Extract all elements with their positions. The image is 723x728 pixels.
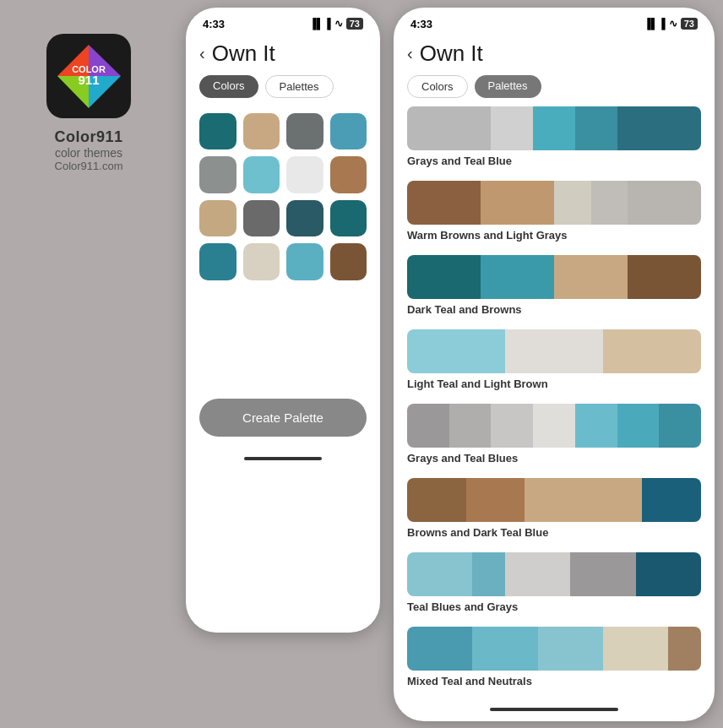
palette-bar-3 <box>407 329 701 373</box>
time-left: 4:33 <box>203 18 225 30</box>
color-swatch-7[interactable] <box>330 156 367 193</box>
palette-segment-1-3 <box>591 181 628 225</box>
palette-segment-4-5 <box>617 404 660 448</box>
palette-item-3[interactable]: Light Teal and Light Brown <box>407 329 701 390</box>
palette-bar-0 <box>407 106 701 150</box>
header-left: ‹ Own It <box>186 34 380 70</box>
color-swatch-1[interactable] <box>243 113 280 150</box>
header-right: ‹ Own It <box>394 34 715 70</box>
palette-segment-2-3 <box>628 255 701 299</box>
create-palette-button[interactable]: Create Palette <box>199 399 367 437</box>
palette-segment-6-0 <box>407 552 472 596</box>
palette-label-7: Mixed Teal and Neutrals <box>407 675 701 687</box>
palette-segment-4-3 <box>533 404 575 448</box>
palette-bar-5 <box>407 478 701 522</box>
color-swatch-6[interactable] <box>286 156 323 193</box>
wifi-icon-r: ∿ <box>669 18 677 30</box>
palette-label-3: Light Teal and Light Brown <box>407 378 701 390</box>
palette-segment-6-2 <box>505 552 570 596</box>
color-swatch-3[interactable] <box>330 113 367 150</box>
palette-label-6: Teal Blues and Grays <box>407 600 701 613</box>
palette-segment-2-2 <box>554 255 628 299</box>
svg-text:911: 911 <box>78 73 99 87</box>
palette-item-0[interactable]: Grays and Teal Blue <box>407 106 701 167</box>
back-button-right[interactable]: ‹ <box>407 44 413 63</box>
battery-left: 73 <box>346 18 363 30</box>
palette-segment-4-0 <box>407 404 449 448</box>
palette-label-1: Warm Browns and Light Grays <box>407 229 701 242</box>
palette-segment-0-0 <box>407 106 491 150</box>
palette-segment-4-1 <box>449 404 492 448</box>
palette-item-4[interactable]: Grays and Teal Blues <box>407 404 701 465</box>
palette-segment-2-1 <box>481 255 554 299</box>
brand-sub: color themes <box>54 146 122 160</box>
color-swatch-11[interactable] <box>330 200 367 237</box>
palette-bar-1 <box>407 181 701 225</box>
phone-left: 4:33 ▐▌▐ ∿ 73 ‹ Own It Colors Palettes C… <box>186 8 380 633</box>
color-swatch-13[interactable] <box>243 243 280 280</box>
palette-segment-1-0 <box>407 181 481 225</box>
status-icons-left: ▐▌▐ ∿ 73 <box>309 18 363 30</box>
palette-segment-5-1 <box>466 478 525 522</box>
palette-item-6[interactable]: Teal Blues and Grays <box>407 552 701 613</box>
palette-segment-1-1 <box>481 181 554 225</box>
status-bar-right: 4:33 ▐▌▐ ∿ 73 <box>394 8 715 34</box>
color-swatch-14[interactable] <box>286 243 323 280</box>
app-logo: COLOR 911 <box>46 34 131 118</box>
palette-segment-7-4 <box>668 627 701 671</box>
palette-bar-7 <box>407 627 701 671</box>
battery-right: 73 <box>681 18 698 30</box>
tabs-row-left: Colors Palettes <box>186 70 380 106</box>
palette-label-4: Grays and Teal Blues <box>407 452 701 465</box>
page-title-left: Own It <box>212 41 275 67</box>
color-swatch-15[interactable] <box>330 243 367 280</box>
palette-segment-3-2 <box>603 329 701 373</box>
palette-segment-7-2 <box>538 627 603 671</box>
color-swatch-2[interactable] <box>286 113 323 150</box>
home-indicator-right <box>490 708 618 711</box>
palette-segment-4-4 <box>575 404 617 448</box>
phone-right: 4:33 ▐▌▐ ∿ 73 ‹ Own It Colors Palettes G… <box>394 8 715 721</box>
palette-segment-3-1 <box>505 329 603 373</box>
palette-label-2: Dark Teal and Browns <box>407 303 701 316</box>
color-swatch-12[interactable] <box>199 243 236 280</box>
color-swatch-5[interactable] <box>243 156 280 193</box>
palette-segment-7-3 <box>603 627 668 671</box>
palettes-container: Grays and Teal BlueWarm Browns and Light… <box>394 106 715 701</box>
tab-colors-left[interactable]: Colors <box>199 75 258 98</box>
palette-segment-5-0 <box>407 478 466 522</box>
palette-segment-6-4 <box>636 552 701 596</box>
palette-segment-5-3 <box>642 478 701 522</box>
tab-colors-right[interactable]: Colors <box>407 75 468 98</box>
palette-segment-6-1 <box>472 552 505 596</box>
palette-segment-0-3 <box>575 106 617 150</box>
branding-area: COLOR 911 Color911 color themes Color911… <box>0 0 177 189</box>
palette-segment-7-1 <box>472 627 537 671</box>
color-grid <box>186 106 380 287</box>
palette-bar-6 <box>407 552 701 596</box>
status-bar-left: 4:33 ▐▌▐ ∿ 73 <box>186 8 380 34</box>
palette-label-0: Grays and Teal Blue <box>407 155 701 167</box>
palette-item-7[interactable]: Mixed Teal and Neutrals <box>407 627 701 687</box>
color-swatch-0[interactable] <box>199 113 236 150</box>
palette-item-2[interactable]: Dark Teal and Browns <box>407 255 701 316</box>
color-swatch-10[interactable] <box>286 200 323 237</box>
tab-palettes-right[interactable]: Palettes <box>475 75 541 98</box>
brand-name: Color911 <box>54 128 122 146</box>
outer-wrapper: COLOR 911 Color911 color themes Color911… <box>0 0 723 728</box>
palette-segment-1-4 <box>628 181 701 225</box>
palette-segment-6-3 <box>570 552 635 596</box>
color-swatch-9[interactable] <box>243 200 280 237</box>
palette-label-5: Browns and Dark Teal Blue <box>407 526 701 539</box>
palette-segment-5-2 <box>525 478 642 522</box>
color-swatch-8[interactable] <box>199 200 236 237</box>
brand-url: Color911.com <box>54 160 122 172</box>
palette-bar-2 <box>407 255 701 299</box>
palette-item-1[interactable]: Warm Browns and Light Grays <box>407 181 701 242</box>
back-button-left[interactable]: ‹ <box>199 44 205 63</box>
palette-segment-7-0 <box>407 627 472 671</box>
color-swatch-4[interactable] <box>199 156 236 193</box>
tab-palettes-left[interactable]: Palettes <box>265 75 334 98</box>
palette-item-5[interactable]: Browns and Dark Teal Blue <box>407 478 701 539</box>
palette-segment-4-2 <box>491 404 533 448</box>
